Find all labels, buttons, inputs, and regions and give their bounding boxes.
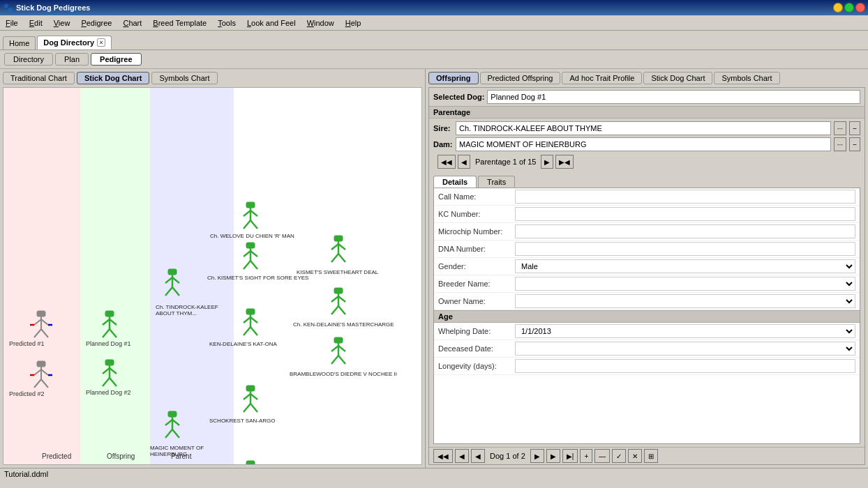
detail-tab-traits[interactable]: Traits xyxy=(478,176,515,188)
view-tab-offspring[interactable]: Offspring xyxy=(428,72,479,84)
menu-look-feel[interactable]: Look and Feel xyxy=(241,17,301,29)
chart-tab-symbols[interactable]: Symbols Chart xyxy=(151,72,217,84)
bottom-nav-last[interactable]: ▶| xyxy=(562,449,578,463)
field-label-whelping: Whelping Date: xyxy=(438,327,515,335)
section-tab-directory[interactable]: Directory xyxy=(4,53,53,66)
nav-next-button[interactable]: ▶ xyxy=(541,155,553,169)
dog-gg1[interactable] xyxy=(322,234,355,268)
field-select-breeder[interactable] xyxy=(515,277,855,291)
tab-dog-directory[interactable]: Dog Directory × xyxy=(37,36,112,49)
dam-minus-button[interactable]: − xyxy=(849,137,860,151)
section-tab-pedigree[interactable]: Pedigree xyxy=(91,53,141,66)
view-tab-symbols[interactable]: Symbols Chart xyxy=(714,72,779,84)
bottom-nav-first[interactable]: ◀◀ xyxy=(433,449,453,463)
dog-gg3[interactable] xyxy=(322,336,355,369)
bottom-nav-remove[interactable]: — xyxy=(594,449,610,463)
menu-window[interactable]: Window xyxy=(301,17,340,29)
svg-line-72 xyxy=(338,244,345,250)
selected-dog-input[interactable] xyxy=(487,90,860,104)
nav-prev-button[interactable]: ◀ xyxy=(458,155,470,169)
chart-tab-stick-dog[interactable]: Stick Dog Chart xyxy=(77,72,150,84)
svg-line-43 xyxy=(244,220,250,229)
dog-parent-dam[interactable] xyxy=(156,410,189,443)
bottom-nav-add[interactable]: + xyxy=(580,449,592,463)
bottom-nav-prev-prev[interactable]: ◀ xyxy=(455,449,469,463)
left-panel: Traditional Chart Stick Dog Chart Symbol… xyxy=(0,69,426,468)
label-grand1: Ch. WELOVE DU CHIEN 'R' MAN xyxy=(210,233,294,239)
close-button[interactable] xyxy=(855,3,865,13)
field-select-owner[interactable] xyxy=(515,294,855,308)
field-breeder: Breeder Name: xyxy=(434,275,860,293)
bottom-nav-prev[interactable]: ◀ xyxy=(471,449,485,463)
dog-grand3[interactable] xyxy=(234,307,267,341)
bottom-nav-save[interactable]: ✓ xyxy=(612,449,626,463)
svg-rect-69 xyxy=(246,461,255,465)
menu-file[interactable]: File xyxy=(0,17,24,29)
svg-line-41 xyxy=(244,211,250,216)
menu-help[interactable]: Help xyxy=(340,17,367,29)
nav-first-button[interactable]: ◀◀ xyxy=(437,155,456,169)
dog-grand2[interactable] xyxy=(234,241,267,275)
dog-planned1[interactable] xyxy=(93,310,126,343)
menu-pedigree[interactable]: Pedigree xyxy=(75,17,117,29)
field-input-longevity[interactable] xyxy=(515,359,855,373)
chart-tab-traditional[interactable]: Traditional Chart xyxy=(3,72,75,84)
field-input-call-name[interactable] xyxy=(515,190,855,204)
minimize-button[interactable] xyxy=(833,3,843,13)
title-text: Stick Dog Pedigrees xyxy=(16,3,833,12)
view-tab-stick[interactable]: Stick Dog Chart xyxy=(643,72,712,84)
age-header: Age xyxy=(434,310,860,323)
dog-predicted1[interactable] xyxy=(24,310,58,343)
svg-line-50 xyxy=(250,261,257,269)
svg-line-23 xyxy=(103,368,110,374)
dog-parent-sire[interactable] xyxy=(156,268,189,301)
view-tab-adhoc[interactable]: Ad hoc Trait Profile xyxy=(562,72,642,84)
tab-close-button[interactable]: × xyxy=(97,38,105,47)
parentage-area: Sire: ··· − Dam: ··· − ◀◀ ◀ Parentage 1 … xyxy=(429,119,865,173)
dam-dots-button[interactable]: ··· xyxy=(834,137,846,151)
sire-minus-button[interactable]: − xyxy=(849,121,860,135)
menu-breed-template[interactable]: Breed Template xyxy=(147,17,212,29)
view-tab-predicted[interactable]: Predicted Offspring xyxy=(480,72,561,84)
field-select-whelping[interactable]: 1/1/2013 xyxy=(515,324,855,338)
bottom-nav-next-next[interactable]: ▶ xyxy=(546,449,560,463)
sire-dots-button[interactable]: ··· xyxy=(834,121,846,135)
svg-line-79 xyxy=(331,306,338,314)
field-select-deceased[interactable] xyxy=(515,342,855,356)
bottom-nav-next[interactable]: ▶ xyxy=(530,449,544,463)
svg-rect-39 xyxy=(168,411,177,417)
menu-tools[interactable]: Tools xyxy=(212,17,241,29)
section-tabs: Directory Plan Pedigree xyxy=(0,50,868,69)
field-label-gender: Gender: xyxy=(438,262,515,270)
bottom-nav-grid[interactable]: ⊞ xyxy=(644,449,658,463)
section-tab-plan[interactable]: Plan xyxy=(55,53,89,66)
dog-grand5[interactable] xyxy=(234,459,267,465)
tab-home[interactable]: Home xyxy=(3,36,36,49)
dam-label: Dam: xyxy=(433,140,453,148)
menu-edit[interactable]: Edit xyxy=(24,17,48,29)
field-kc-number: KC Number: xyxy=(434,206,860,223)
detail-tab-details[interactable]: Details xyxy=(433,176,477,188)
bottom-nav-cancel[interactable]: ✕ xyxy=(628,449,642,463)
dog-planned2[interactable] xyxy=(93,358,126,392)
sire-input[interactable] xyxy=(456,121,831,135)
dog-grand1[interactable] xyxy=(234,201,267,234)
menu-view[interactable]: View xyxy=(48,17,76,29)
dog-gg2[interactable] xyxy=(322,287,355,320)
dam-input[interactable] xyxy=(456,137,831,151)
dog-grand4[interactable] xyxy=(234,384,267,418)
field-input-dna[interactable] xyxy=(515,242,855,256)
svg-line-26 xyxy=(110,378,117,386)
field-select-gender[interactable]: Male Female xyxy=(515,259,855,273)
dog-planned1-label: Planned Dog #1 xyxy=(86,340,131,347)
svg-line-17 xyxy=(103,319,110,325)
nav-last-button[interactable]: ▶◀ xyxy=(555,155,574,169)
field-input-kc-number[interactable] xyxy=(515,207,855,221)
maximize-button[interactable] xyxy=(844,3,854,13)
title-icon: 🐾 xyxy=(3,3,13,13)
menu-chart[interactable]: Chart xyxy=(117,17,147,29)
field-input-microchip[interactable] xyxy=(515,224,855,238)
tab-dog-directory-label: Dog Directory xyxy=(43,38,94,47)
dog-predicted2[interactable] xyxy=(24,360,58,393)
svg-line-59 xyxy=(244,394,250,399)
